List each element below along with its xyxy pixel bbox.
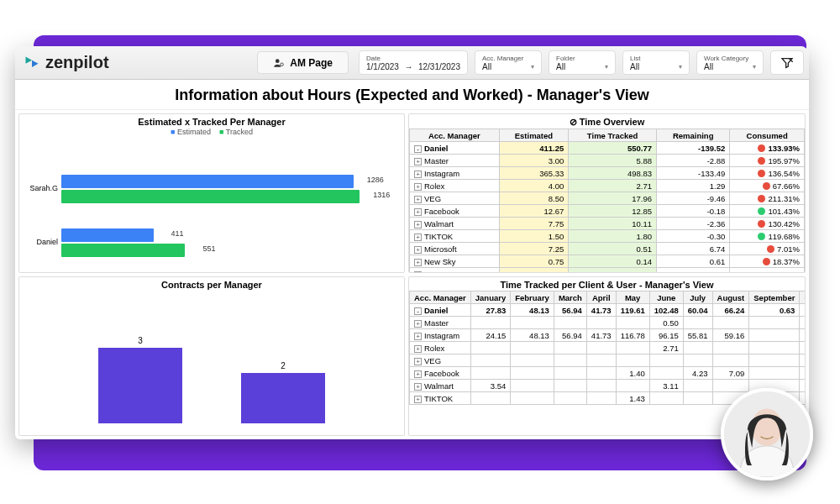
col-header[interactable]: September xyxy=(749,291,800,304)
contract-bar[interactable]: 2 xyxy=(241,373,325,423)
cell: 0.75 xyxy=(499,255,569,268)
row-label[interactable]: +Walmart xyxy=(410,380,471,392)
cell: 48.13 xyxy=(511,329,554,342)
page-title: Information about Hours (Expected and Wo… xyxy=(15,80,809,110)
col-header[interactable]: Time Tracked xyxy=(569,129,657,142)
expand-toggle-icon[interactable]: + xyxy=(414,221,422,228)
cell xyxy=(616,317,649,329)
col-header[interactable]: February xyxy=(511,291,554,304)
table-row: +Microsoft7.250.516.747.01% xyxy=(410,243,805,255)
expand-toggle-icon[interactable]: + xyxy=(414,196,422,203)
col-header[interactable]: August xyxy=(712,291,749,304)
cell: 4.00 xyxy=(499,180,569,192)
expand-toggle-icon[interactable]: + xyxy=(414,259,422,266)
col-header[interactable]: Consumed xyxy=(730,129,805,142)
avatar-person-icon xyxy=(724,391,810,477)
cell: 55.81 xyxy=(683,329,712,342)
cell xyxy=(683,380,712,392)
row-label[interactable]: +M&M xyxy=(410,268,500,273)
col-header[interactable]: January xyxy=(470,291,510,304)
col-header[interactable]: June xyxy=(649,291,683,304)
col-header[interactable]: October xyxy=(800,291,805,304)
expand-toggle-icon[interactable]: + xyxy=(414,370,422,378)
am-page-button[interactable]: AM Page xyxy=(257,51,349,74)
table-row: +VEG8.5017.96-9.46211.31% xyxy=(410,192,805,205)
row-label[interactable]: +Instagram xyxy=(410,167,500,180)
row-label[interactable]: +Rolex xyxy=(410,342,471,354)
row-label[interactable]: +Master xyxy=(410,155,500,167)
bar-tracked[interactable]: 1316 xyxy=(61,190,360,203)
col-header[interactable]: May xyxy=(616,291,649,304)
hbar-label: Sarah.G xyxy=(23,184,58,192)
col-header[interactable]: Estimated xyxy=(499,129,569,142)
expand-toggle-icon[interactable]: - xyxy=(414,307,422,315)
cell: 411.25 xyxy=(499,142,569,155)
row-label[interactable]: +Rolex xyxy=(410,180,500,192)
row-label[interactable]: +Walmart xyxy=(410,218,500,230)
clear-filters-button[interactable] xyxy=(770,50,804,75)
expand-toggle-icon[interactable]: + xyxy=(414,171,422,178)
filter-folder[interactable]: Folder All▾ xyxy=(549,50,616,75)
hbar-label: Daniel xyxy=(23,238,58,246)
cell: 102.48 xyxy=(649,304,683,317)
assistant-avatar[interactable] xyxy=(721,388,813,480)
cell xyxy=(683,317,712,329)
row-label[interactable]: -Daniel xyxy=(410,304,471,317)
bar-tracked[interactable]: 551 xyxy=(61,244,185,257)
cell: 1.40 xyxy=(616,367,649,380)
expand-toggle-icon[interactable]: + xyxy=(414,383,422,391)
col-header[interactable]: July xyxy=(683,291,712,304)
cell: 365.33 xyxy=(499,167,569,180)
row-label[interactable]: +Master xyxy=(410,317,471,329)
cell xyxy=(749,342,800,354)
cell: 56.94 xyxy=(554,329,586,342)
zenpilot-logo-icon xyxy=(24,55,40,71)
col-header[interactable]: March xyxy=(554,291,586,304)
expand-toggle-icon[interactable]: + xyxy=(414,333,422,340)
cell: 10.11 xyxy=(569,218,657,230)
filter-work-category[interactable]: Work Category All▾ xyxy=(696,50,764,75)
row-label[interactable]: +New Sky xyxy=(410,255,500,268)
consumed-cell: 119.68% xyxy=(730,230,805,243)
expand-toggle-icon[interactable]: + xyxy=(414,320,422,328)
chevron-down-icon: ▾ xyxy=(531,63,534,71)
expand-toggle-icon[interactable]: + xyxy=(414,183,422,191)
cell xyxy=(511,342,554,354)
row-label[interactable]: +TIKTOK xyxy=(410,392,471,405)
col-header[interactable]: Acc. Manager xyxy=(410,291,471,304)
col-header[interactable]: April xyxy=(586,291,616,304)
bar-estimated[interactable]: 411 xyxy=(61,228,154,242)
expand-toggle-icon[interactable]: + xyxy=(414,345,422,353)
app-window: zenpilot AM Page Date 1/1/2023→12/31/202… xyxy=(15,46,809,439)
table-row: +TIKTOK1.501.80-0.30119.68% xyxy=(410,230,805,243)
row-label[interactable]: +VEG xyxy=(410,354,471,367)
row-label[interactable]: +TIKTOK xyxy=(410,230,500,243)
expand-toggle-icon[interactable]: - xyxy=(414,145,422,153)
row-label[interactable]: +Microsoft xyxy=(410,243,500,255)
contract-bar[interactable]: 3 xyxy=(98,348,182,423)
expand-toggle-icon[interactable]: + xyxy=(414,358,422,365)
expand-toggle-icon[interactable]: + xyxy=(414,158,422,165)
cell: -133.49 xyxy=(657,167,730,180)
col-header[interactable]: Acc. Manager xyxy=(410,129,500,142)
cell xyxy=(586,354,616,367)
table-row: +Instagram24.1548.1356.9441.73116.7896.1… xyxy=(410,329,806,342)
bar-estimated[interactable]: 1286 xyxy=(61,175,354,188)
expand-toggle-icon[interactable]: + xyxy=(414,246,422,254)
row-label[interactable]: -Daniel xyxy=(410,142,500,155)
status-dot-icon xyxy=(758,144,765,152)
row-label[interactable]: +VEG xyxy=(410,192,500,205)
cell xyxy=(554,380,586,392)
expand-toggle-icon[interactable]: + xyxy=(414,234,422,241)
row-label[interactable]: +Facebook xyxy=(410,205,500,218)
expand-toggle-icon[interactable]: + xyxy=(414,396,422,403)
expand-toggle-icon[interactable]: + xyxy=(414,208,422,216)
row-label[interactable]: +Facebook xyxy=(410,367,471,380)
col-header[interactable]: Remaining xyxy=(657,129,730,142)
expand-toggle-icon[interactable]: + xyxy=(414,271,422,273)
filter-list[interactable]: List All▾ xyxy=(622,50,690,75)
filter-acc-manager[interactable]: Acc. Manager All▾ xyxy=(475,50,542,75)
row-label[interactable]: +Instagram xyxy=(410,329,471,342)
filter-date[interactable]: Date 1/1/2023→12/31/2023 xyxy=(359,50,468,75)
consumed-cell: 211.31% xyxy=(730,192,805,205)
